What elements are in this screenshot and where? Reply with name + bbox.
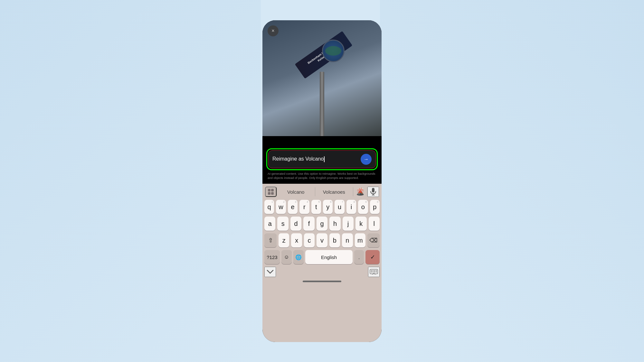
key-w[interactable]: 2w (276, 200, 286, 214)
home-indicator (262, 278, 382, 285)
key-v[interactable]: v (317, 233, 327, 247)
phone-container: Beckenham High Street & Kelsey Park × Re… (262, 20, 382, 342)
key-p[interactable]: 0p (370, 200, 380, 214)
key-e[interactable]: 3e (288, 200, 298, 214)
bottom-bar (262, 265, 382, 278)
svg-rect-9 (373, 272, 374, 273)
input-wrapper: Reimagine as Volcano → (268, 150, 376, 168)
text-input[interactable]: Reimagine as Volcano (272, 156, 358, 162)
disclaimer-text: AI-generated content. Use this option to… (266, 170, 378, 181)
key-l[interactable]: l (369, 217, 380, 231)
key-b[interactable]: b (329, 233, 340, 247)
key-a[interactable]: a (264, 217, 275, 231)
suggestion-emoji[interactable]: 🌋 (353, 188, 367, 196)
keyboard-row-3: ⇧ z x c v b n m ⌫ (262, 232, 382, 249)
keyboard-row-2: a s d f g h j k l (262, 215, 382, 232)
done-icon: ✓ (370, 254, 375, 261)
key-c[interactable]: c (304, 233, 315, 247)
done-key[interactable]: ✓ (365, 250, 380, 264)
send-button[interactable]: → (361, 154, 372, 165)
key-x[interactable]: x (291, 233, 302, 247)
svg-rect-5 (373, 270, 374, 271)
cursor (324, 156, 325, 162)
key-o[interactable]: 9o (358, 200, 368, 214)
key-u[interactable]: 7u (335, 200, 344, 214)
suggestion-word-2[interactable]: Volcanoes (315, 189, 353, 195)
phone-frame: Beckenham High Street & Kelsey Park × Re… (262, 20, 382, 342)
space-key[interactable]: English (305, 250, 353, 264)
input-section: Reimagine as Volcano → AI-generated cont… (262, 148, 382, 184)
svg-rect-6 (374, 270, 375, 271)
input-typed: Volcano (305, 156, 324, 162)
numbers-key[interactable]: ?123 (264, 250, 280, 264)
key-t[interactable]: 5t (311, 200, 321, 214)
svg-rect-7 (376, 270, 377, 271)
key-h[interactable]: h (329, 217, 340, 231)
svg-rect-10 (374, 272, 375, 273)
shift-key[interactable]: ⇧ (264, 233, 277, 247)
svg-rect-0 (372, 188, 374, 192)
input-highlight-border: Reimagine as Volcano → (266, 148, 378, 170)
home-bar (303, 281, 341, 282)
key-d[interactable]: d (290, 217, 301, 231)
key-j[interactable]: j (343, 217, 354, 231)
keyboard-row-1: 1q 2w 3e 4r 5t 6y 7u 8i 9o 0p (262, 199, 382, 215)
sign-circle (322, 40, 345, 62)
key-s[interactable]: s (277, 217, 288, 231)
sign-circle-inner (325, 46, 341, 56)
sign-pole (320, 72, 324, 136)
key-q[interactable]: 1q (264, 200, 274, 214)
key-n[interactable]: n (342, 233, 353, 247)
photo-image: Beckenham High Street & Kelsey Park (262, 20, 382, 136)
key-i[interactable]: 8i (346, 200, 356, 214)
input-prefix: Reimagine as (272, 156, 305, 162)
key-r[interactable]: 4r (299, 200, 309, 214)
key-y[interactable]: 6y (323, 200, 333, 214)
background-right (380, 0, 644, 362)
backspace-icon: ⌫ (369, 237, 377, 244)
period-key[interactable]: . (354, 250, 364, 264)
backspace-key[interactable]: ⌫ (367, 233, 380, 247)
emoji-icon: ☺ (284, 254, 289, 260)
close-button[interactable]: × (268, 25, 279, 36)
mid-bar (262, 136, 382, 148)
svg-rect-11 (376, 272, 377, 273)
close-icon: × (271, 28, 274, 33)
key-g[interactable]: g (317, 217, 327, 231)
shift-icon: ⇧ (268, 237, 273, 244)
key-z[interactable]: z (279, 233, 289, 247)
mic-button[interactable] (367, 187, 379, 197)
numbers-label: ?123 (267, 255, 277, 260)
keyboard-row-bottom: ?123 ☺ 🌐 English . ✓ (262, 249, 382, 265)
period-label: . (358, 255, 360, 260)
globe-key[interactable]: 🌐 (293, 250, 304, 264)
chevron-down-button[interactable] (264, 267, 276, 277)
globe-icon: 🌐 (295, 254, 302, 260)
key-m[interactable]: m (355, 233, 365, 247)
svg-rect-8 (371, 272, 372, 273)
emoji-key[interactable]: ☺ (281, 250, 292, 264)
apps-button[interactable] (265, 187, 277, 197)
keyboard-area: Volcano Volcanoes 🌋 1q 2w (262, 184, 382, 342)
background-left (0, 0, 261, 362)
photo-area: Beckenham High Street & Kelsey Park × (262, 20, 382, 136)
suggestion-word-1[interactable]: Volcano (277, 189, 315, 195)
apps-icon (268, 189, 274, 195)
key-f[interactable]: f (303, 217, 314, 231)
keyboard-toggle-button[interactable] (368, 267, 380, 277)
key-k[interactable]: k (355, 217, 366, 231)
suggestion-bar: Volcano Volcanoes 🌋 (262, 185, 382, 199)
send-arrow-icon: → (364, 156, 369, 162)
space-label: English (321, 255, 337, 260)
svg-rect-4 (371, 270, 372, 271)
